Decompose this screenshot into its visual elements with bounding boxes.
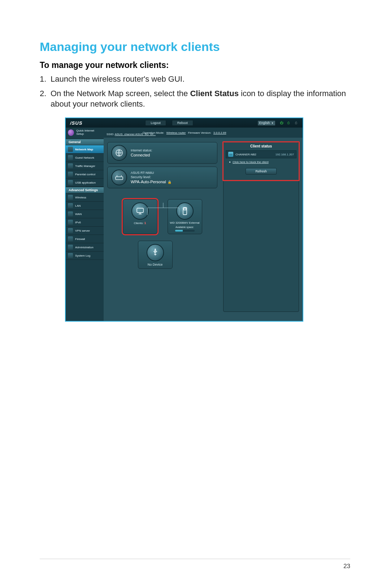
clients-tile[interactable]: Clients: 1 — [123, 199, 157, 234]
usb-app-icon — [68, 180, 73, 185]
fw-label: Firmware Version: — [188, 131, 211, 134]
sidebar-item-label: VPN server — [75, 229, 90, 232]
brand-logo: /SUS — [66, 120, 87, 126]
storage-sub-label: Available space: — [176, 226, 194, 228]
logout-button[interactable]: Logout — [145, 120, 166, 126]
status-icons: ⏻ ⎙ ⎙ — [280, 121, 303, 125]
page-number: 23 — [343, 563, 350, 570]
sidebar-item-label: Wireless — [75, 196, 86, 199]
sidebar-item-firewall[interactable]: Firewall — [66, 235, 104, 243]
sidebar-item-label: Network Map — [75, 148, 93, 151]
sidebar-item-label: System Log — [75, 254, 90, 257]
sidebar-header-advanced: Advanced Settings — [66, 187, 104, 193]
client-row[interactable]: ▭ CHANNER-NB2 192.168.1.207 — [226, 150, 296, 158]
ssid-value-link[interactable]: ASUS_channer ASUS_5G_ch... — [115, 133, 156, 136]
map-icon — [68, 147, 73, 152]
block-client-link[interactable]: Click here to block the client — [233, 160, 269, 164]
step-1: Launch the wireless router's web GUI. — [40, 74, 350, 85]
ssid-label: SSID: — [107, 133, 114, 136]
usb-device-label: No Device — [148, 263, 163, 266]
guest-icon — [68, 155, 73, 160]
block-client-link-row: Click here to block the client — [224, 160, 299, 166]
admin-icon — [68, 245, 73, 250]
sidebar-header-general: General — [66, 139, 104, 145]
sidebar-item-system-log[interactable]: System Log — [66, 252, 104, 260]
reboot-button[interactable]: Reboot — [172, 120, 193, 126]
chevron-down-icon: ▼ — [271, 122, 274, 124]
parental-icon — [68, 172, 73, 177]
power-icon: ⏻ — [280, 121, 284, 125]
sidebar-item-label: USB application — [75, 181, 96, 184]
sidebar-item-label: Firewall — [75, 237, 85, 241]
bullet-icon — [229, 162, 230, 163]
wireless-icon — [68, 195, 73, 200]
sidebar-item-label: WAN — [75, 213, 82, 216]
sidebar-item-label: Traffic Manager — [75, 164, 95, 168]
lan-icon — [68, 203, 73, 208]
client-name: CHANNER-NB2 — [235, 153, 273, 156]
router-icon — [111, 169, 127, 185]
security-label: Security level: — [131, 175, 172, 179]
sidebar-item-administration[interactable]: Administration — [66, 243, 104, 252]
sidebar-item-network-map[interactable]: Network Map — [66, 145, 104, 154]
usb-plug-icon — [147, 244, 164, 261]
security-tile[interactable]: ASUS RT-N66U Security level: WPA-Auto-Pe… — [107, 167, 217, 188]
sidebar: Quick Internet Setup General Network Map… — [66, 128, 104, 321]
client-status-title: Client status — [224, 142, 299, 150]
internet-status-tile[interactable]: Internet status: Connected — [107, 142, 217, 164]
sidebar-item-ipv6[interactable]: IPv6 — [66, 218, 104, 227]
op-value-link[interactable]: Wireless router — [166, 131, 186, 134]
router-topbar: /SUS Logout Reboot English ▼ ⏻ ⎙ ⎙ — [66, 118, 303, 128]
ipv6-icon — [68, 220, 73, 225]
step-2: On the Network Map screen, select the Cl… — [40, 88, 350, 110]
ssid-row: SSID: ASUS_channer ASUS_5G_ch... — [104, 133, 156, 136]
storage-bar — [175, 230, 195, 232]
sidebar-item-wan[interactable]: WAN — [66, 210, 104, 218]
svg-rect-2 — [137, 208, 143, 213]
sidebar-item-label: Administration — [75, 246, 94, 249]
sidebar-item-guest-network[interactable]: Guest Network — [66, 154, 104, 162]
router-screenshot: /SUS Logout Reboot English ▼ ⏻ ⎙ ⎙ Quick… — [65, 117, 303, 322]
quick-setup-label: Quick Internet Setup — [76, 129, 101, 136]
drive-icon — [176, 202, 194, 220]
internet-status-value: Connected — [131, 153, 152, 158]
log-icon — [68, 253, 73, 258]
sidebar-item-label: Parental control — [75, 173, 95, 176]
sidebar-item-label: IPv6 — [75, 221, 81, 224]
usb-device-tile[interactable]: No Device — [138, 241, 173, 269]
step-2-bold: Client Status — [190, 89, 238, 98]
storage-tile[interactable]: WD 3200BMV External Available space: — [168, 199, 202, 234]
sidebar-item-wireless[interactable]: Wireless — [66, 193, 104, 202]
language-label: English — [259, 121, 270, 125]
monitor-icon — [131, 202, 149, 220]
vpn-icon — [68, 228, 73, 233]
svg-rect-4 — [184, 208, 186, 210]
sidebar-item-lan[interactable]: LAN — [66, 202, 104, 210]
security-value: WPA-Auto-Personal — [131, 180, 166, 184]
sidebar-item-label: Guest Network — [75, 156, 94, 159]
refresh-button[interactable]: Refresh — [246, 168, 277, 175]
wan-icon — [68, 211, 73, 216]
main-area: Operation Mode: Wireless router Firmware… — [104, 128, 303, 321]
client-status-panel: Client status ▭ CHANNER-NB2 192.168.1.20… — [223, 142, 299, 312]
router-model-label: ASUS RT-N66U — [131, 171, 172, 175]
client-pc-icon: ▭ — [228, 152, 233, 157]
language-select[interactable]: English ▼ — [257, 120, 276, 126]
clients-label: Clients: — [134, 222, 144, 225]
sidebar-item-vpn-server[interactable]: VPN server — [66, 227, 104, 235]
clients-count: 1 — [144, 221, 146, 225]
sidebar-item-parental-control[interactable]: Parental control — [66, 170, 104, 179]
lock-icon: 🔒 — [168, 180, 172, 184]
client-ip: 192.168.1.207 — [276, 153, 294, 156]
usb2-icon: ⎙ — [295, 121, 299, 125]
sidebar-item-traffic-manager[interactable]: Traffic Manager — [66, 162, 104, 170]
traffic-icon — [68, 163, 73, 168]
wand-icon — [68, 129, 74, 136]
quick-setup-button[interactable]: Quick Internet Setup — [66, 128, 104, 139]
internet-status-label: Internet status: — [131, 148, 152, 153]
usb-icon: ⎙ — [287, 121, 291, 125]
firewall-icon — [68, 236, 73, 241]
fw-value-link[interactable]: 3.0.0.2.69 — [213, 131, 226, 134]
sidebar-item-usb-application[interactable]: USB application — [66, 179, 104, 187]
footer-rule — [40, 559, 350, 559]
